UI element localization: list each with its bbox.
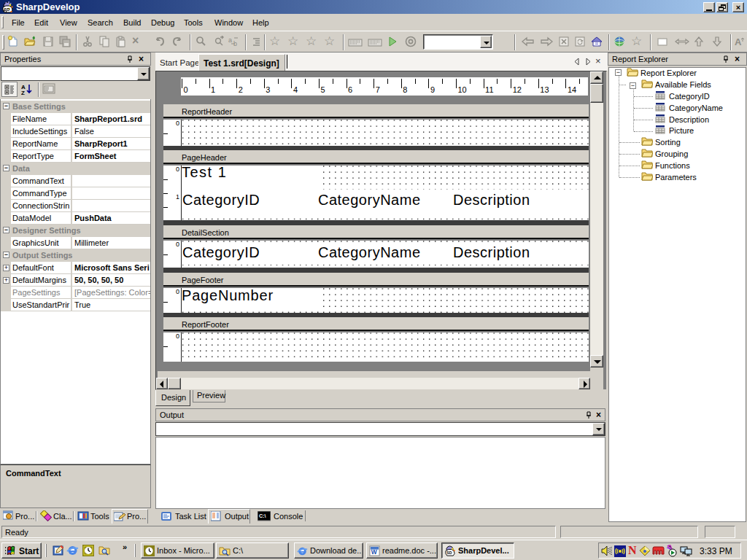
- svg-text:W: W: [371, 548, 377, 556]
- svg-text:a: a: [228, 36, 232, 44]
- svg-text:C:\: C:\: [259, 513, 266, 518]
- svg-text:A: A: [735, 36, 742, 47]
- svg-text:Z: Z: [21, 90, 25, 96]
- svg-text:SD: SD: [446, 551, 452, 555]
- svg-text:SD: SD: [4, 7, 10, 12]
